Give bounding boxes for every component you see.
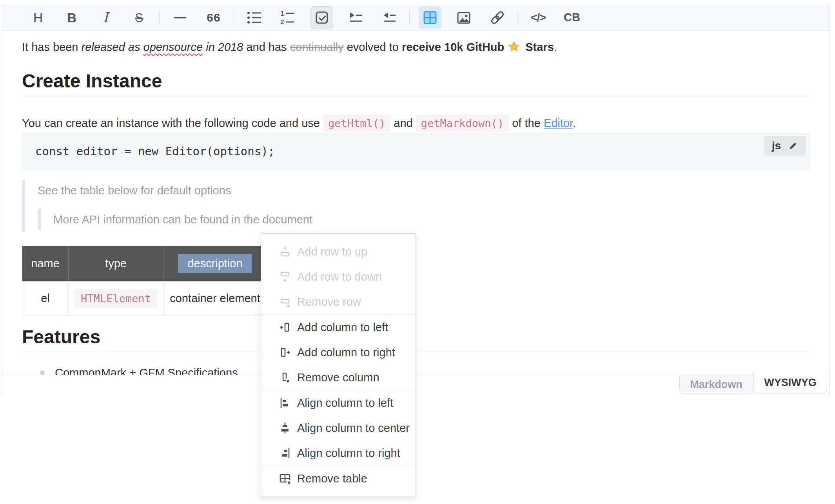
- table-header-row: name type description: [22, 246, 267, 281]
- add-column-right-icon: [278, 346, 292, 359]
- menu-item-align-column-to-left[interactable]: Align column to left: [261, 390, 416, 415]
- image-button[interactable]: [452, 6, 475, 29]
- toolbar-divider: [517, 10, 518, 25]
- menu-item-add-row-to-down: Add row to down: [261, 264, 416, 289]
- text-run: and has: [243, 41, 290, 53]
- text-run: and: [390, 117, 416, 129]
- menu-item-remove-column[interactable]: Remove column: [261, 365, 416, 390]
- toolbar-divider: [409, 10, 410, 25]
- inline-code: getMarkdown(): [416, 115, 509, 132]
- options-table[interactable]: name type description el HTMLElement con…: [22, 246, 267, 316]
- section-heading-features: Features: [22, 326, 810, 352]
- paragraph: You can create an instance with the foll…: [22, 114, 810, 133]
- add-column-left-icon: [278, 321, 292, 334]
- editor-container: H B I S 66 1 2: [2, 4, 830, 396]
- heading-icon: H: [33, 11, 43, 24]
- menu-item-remove-row: Remove row: [261, 289, 416, 314]
- indent-button[interactable]: [344, 6, 367, 29]
- tab-wysiwyg[interactable]: WYSIWYG: [753, 372, 827, 393]
- bullet-list-icon: [246, 9, 263, 26]
- nested-blockquote: More API information can be found in the…: [38, 209, 810, 230]
- bold-button[interactable]: B: [60, 6, 83, 29]
- menu-item-align-column-to-center[interactable]: Align column to center: [261, 415, 416, 441]
- strikethrough-run: continually: [290, 41, 344, 53]
- hr-button[interactable]: [169, 6, 191, 29]
- image-icon: [455, 9, 472, 26]
- wysiwyg-content[interactable]: It has been released as opensource in 20…: [2, 31, 830, 375]
- table-header-name[interactable]: name: [22, 246, 69, 281]
- add-row-down-icon: [278, 270, 292, 283]
- menu-item-add-row-to-up: Add row to up: [261, 239, 416, 264]
- misspelled-word: opensource: [143, 41, 203, 53]
- italic-icon: I: [103, 11, 108, 25]
- editor-link[interactable]: Editor: [544, 117, 573, 129]
- code-block-text: const editor = new Editor(options);: [35, 145, 275, 158]
- task-checkbox-icon: [313, 9, 330, 26]
- italic-run: released as: [82, 41, 143, 53]
- code-block-button[interactable]: CB: [561, 6, 583, 29]
- add-row-up-icon: [278, 245, 292, 258]
- menu-item-label: Align column to center: [297, 422, 410, 435]
- code-block[interactable]: const editor = new Editor(options); js: [22, 133, 810, 170]
- ordered-list-button[interactable]: 1 2: [277, 6, 300, 29]
- table-header-type[interactable]: type: [69, 246, 163, 281]
- tab-markdown[interactable]: Markdown: [679, 375, 753, 394]
- align-column-right-icon: [278, 446, 292, 460]
- text-run: evolved to: [344, 41, 402, 53]
- table-cell-description[interactable]: container element: [163, 281, 267, 316]
- table-button[interactable]: [419, 6, 441, 29]
- star-emoji-icon: [508, 41, 520, 53]
- menu-item-label: Add row to up: [297, 245, 367, 258]
- align-column-left-icon: [278, 396, 292, 410]
- strike-icon: S: [135, 11, 143, 24]
- text-run: of the: [509, 117, 544, 129]
- svg-text:2: 2: [280, 18, 284, 26]
- quote-icon: 66: [207, 12, 220, 24]
- bold-run: receive 10k GitHub: [402, 41, 504, 53]
- section-heading-create-instance: Create Instance: [22, 70, 810, 96]
- task-list-button[interactable]: [310, 6, 333, 29]
- link-icon: [489, 9, 506, 26]
- menu-item-label: Remove column: [297, 371, 379, 384]
- features-list: CommonMark + GFM Specifications Live Pre…: [22, 363, 810, 375]
- edit-pencil-icon: [788, 141, 798, 151]
- strike-button[interactable]: S: [128, 6, 151, 29]
- bullet-list-button[interactable]: [243, 6, 266, 29]
- code-language-badge[interactable]: js: [764, 136, 806, 156]
- link-button[interactable]: [486, 6, 509, 29]
- text-run: You can create an instance with the foll…: [22, 117, 323, 129]
- italic-run: in 2018: [203, 41, 243, 53]
- inline-code-button[interactable]: </>: [527, 6, 550, 29]
- table-header-description[interactable]: description: [163, 246, 267, 281]
- italic-button[interactable]: I: [94, 6, 117, 29]
- table-icon: [421, 9, 439, 26]
- ordered-list-icon: 1 2: [280, 9, 297, 26]
- menu-item-label: Add row to down: [297, 270, 382, 283]
- menu-item-label: Add column to right: [297, 346, 395, 359]
- list-item: CommonMark + GFM Specifications: [22, 363, 810, 375]
- blockquote-button[interactable]: 66: [202, 6, 225, 29]
- blockquote-text: See the table below for default options: [38, 181, 810, 199]
- menu-item-add-column-to-right[interactable]: Add column to right: [261, 340, 416, 365]
- text-run: It has been: [22, 41, 82, 53]
- table-cell-name[interactable]: el: [22, 281, 69, 316]
- editor-toolbar: H B I S 66 1 2: [2, 4, 830, 31]
- code-block-icon: CB: [564, 12, 580, 23]
- table-cell-type[interactable]: HTMLElement: [69, 281, 163, 316]
- menu-item-label: Remove table: [297, 472, 367, 485]
- remove-column-icon: [278, 371, 292, 384]
- menu-item-label: Add column to left: [297, 321, 388, 334]
- inline-code: getHtml(): [323, 115, 390, 132]
- menu-item-add-column-to-left[interactable]: Add column to left: [261, 315, 416, 340]
- paragraph: It has been released as opensource in 20…: [22, 39, 810, 55]
- outdent-icon: [381, 9, 398, 26]
- indent-icon: [347, 9, 364, 26]
- heading-button[interactable]: H: [27, 6, 49, 29]
- menu-item-align-column-to-right[interactable]: Align column to right: [261, 441, 416, 466]
- text-run: .: [554, 41, 557, 53]
- menu-item-remove-table[interactable]: Remove table: [261, 466, 416, 491]
- selected-cell-text: description: [178, 254, 252, 273]
- blockquote: See the table below for default options …: [22, 180, 810, 232]
- code-language-label: js: [772, 140, 781, 152]
- outdent-button[interactable]: [378, 6, 401, 29]
